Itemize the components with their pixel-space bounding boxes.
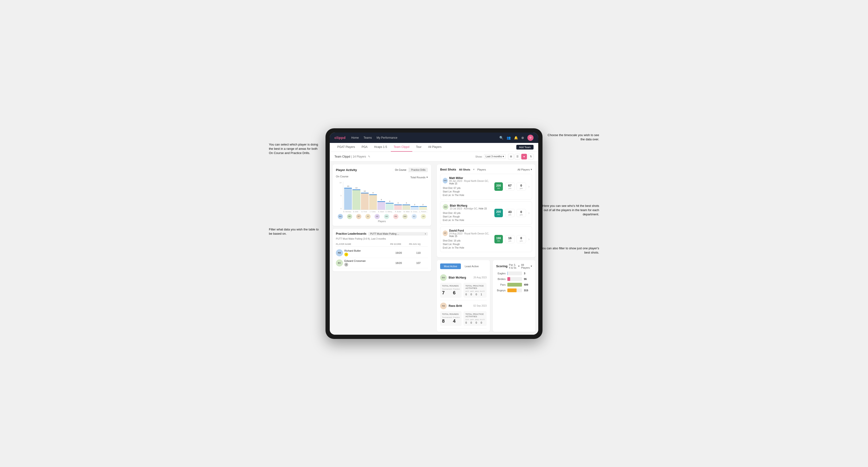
nav-my-performance[interactable]: My Performance — [377, 136, 398, 139]
bar-highlight — [361, 193, 369, 193]
players-filter-dropdown[interactable]: All Players ▾ — [518, 168, 532, 171]
subnav-all-players[interactable]: All Players — [425, 143, 444, 152]
shot-badge-3: 198 SG — [494, 235, 503, 243]
bar-element — [369, 194, 377, 210]
activity-player-header-1: BM Blair McHarg 26 Aug 2023 — [440, 274, 487, 281]
bell-icon[interactable]: 🔔 — [514, 136, 518, 139]
player-info-1: RB Richard Butler 1 — [336, 249, 388, 256]
card-view-button[interactable]: ♥ — [521, 154, 527, 159]
team-count-label: | 14 Players — [351, 155, 366, 158]
bar-value: 12 — [355, 187, 357, 189]
bar-highlight — [419, 206, 427, 207]
scoring-filter[interactable]: Par 3, 4 & 5s ▾ — [509, 263, 520, 269]
gtt-val-2: 0 — [465, 321, 470, 324]
edit-team-icon[interactable]: ✎ — [368, 155, 370, 158]
practice-drills-toggle[interactable]: Practice Drills — [409, 168, 428, 172]
user-avatar[interactable]: U — [527, 135, 533, 141]
x-axis-label: M. Miller — [402, 211, 411, 213]
subnav-hcaps[interactable]: Hcaps 1-5 — [371, 143, 390, 152]
table-row[interactable]: EC Edward Crossman 2 18/20 107 — [336, 258, 428, 268]
subnav-pga[interactable]: PGA — [359, 143, 370, 152]
least-active-tab[interactable]: Least Active — [461, 263, 483, 269]
bar-element — [385, 203, 394, 210]
plus-circle-icon[interactable]: ⊕ — [521, 136, 524, 139]
scoring-value: 499 — [524, 283, 532, 286]
scoring-card: Scoring Par 3, 4 & 5s ▾ All Players ▾ Ea… — [493, 260, 535, 332]
shot-card-1[interactable]: MM Matt Miller 09 Jan 2023 · Royal North… — [440, 174, 532, 199]
leaderboard-drill-selector[interactable]: PUTT Must Make Putting ... ▾ — [368, 232, 428, 236]
scoring-players-filter[interactable]: All Players ▾ — [521, 263, 532, 269]
subnav-team-clippd[interactable]: Team Clippd — [391, 143, 412, 152]
activity-avatar-blair: BM — [440, 274, 447, 281]
shot-card-3[interactable]: DF David Ford 24 Aug 2023 · Royal North … — [440, 226, 532, 252]
chart-dropdown[interactable]: Total Rounds ▾ — [410, 176, 428, 179]
shot-card-2[interactable]: BM Blair McHarg 23 Jul 2023 · Ashridge G… — [440, 201, 532, 224]
add-team-button[interactable]: Add Team — [516, 145, 533, 150]
app-label-2: APP — [470, 319, 474, 321]
bar-group: 5 — [377, 198, 385, 210]
timeframe-selector[interactable]: Last 3 months ▾ — [484, 154, 506, 159]
on-course-toggle[interactable]: On Course — [393, 168, 409, 172]
subnav-pgat-players[interactable]: PGAT Players — [335, 143, 358, 152]
practice-val-2: 4 — [453, 318, 460, 324]
bar-chart-wrapper: 0 5 10 13 12 10 9 5 — [336, 182, 428, 213]
total-rounds-group-1: Total Rounds Tournament 7 Practice — [440, 283, 462, 298]
pb-avg-2: 107 — [409, 261, 428, 264]
practice-activities-label-2: Total Practice Activities — [465, 313, 485, 318]
shot-badge-2: 200 SG — [494, 209, 503, 217]
shot-player-info-1: MM Matt Miller 09 Jan 2023 · Royal North… — [443, 177, 492, 197]
annotation-mid-right: Here you can see who's hit the best shot… — [538, 204, 599, 217]
bar-value: 3 — [398, 202, 398, 204]
gtt-label-1: GTT — [465, 290, 469, 292]
player-avatar-row: BMBBDFJCEEGBRBMMECLR — [336, 214, 428, 219]
most-active-tab[interactable]: Most Active — [440, 263, 461, 269]
y-axis-labels: 0 5 10 — [336, 182, 342, 210]
nav-home[interactable]: Home — [351, 136, 359, 139]
grid-view-button[interactable]: ⊞ — [508, 154, 514, 159]
arg-val-1: 0 — [475, 293, 480, 296]
activity-player-name-1: Blair McHarg — [448, 276, 471, 279]
bar-group: 3 — [402, 202, 410, 210]
left-panel: Player Activity On Course Practice Drill… — [330, 161, 434, 335]
leaderboard-title: Practice Leaderboards — [336, 232, 366, 236]
nav-teams[interactable]: Teams — [364, 136, 372, 139]
player-avatar-richard: RB — [336, 249, 343, 256]
all-shots-tab[interactable]: All Shots — [458, 168, 472, 172]
practice-val-1: 6 — [453, 290, 460, 295]
table-row[interactable]: RB Richard Butler 1 19/20 110 — [336, 248, 428, 258]
shots-tab-chevron: ▾ — [473, 168, 474, 171]
shot-stats-3: 16 yds 0 yds — [505, 235, 526, 243]
shot-dist-stat-3: 16 yds — [505, 235, 515, 243]
shot-card-arrow-1: › — [528, 184, 530, 189]
bar-value: 9 — [372, 192, 373, 194]
players-tab[interactable]: Players — [476, 168, 488, 172]
practice-label-2: Practice — [453, 316, 460, 318]
search-icon[interactable]: 🔍 — [499, 136, 503, 139]
activity-player-header-2: RB Rees Britt 02 Sep 2023 — [440, 303, 487, 309]
player-avatar-small: MM — [402, 214, 408, 219]
scoring-bars: Eagles 3 Birdies 96 Pars 499 Bogeys 315 — [496, 272, 532, 292]
shot-dist-stat-2: 43 yds — [505, 209, 515, 217]
subnav-tour[interactable]: Tour — [413, 143, 424, 152]
player-avatar-small: BB — [347, 214, 352, 219]
bar-value: 10 — [364, 190, 366, 192]
shot-dist-stat-1: 67 yds — [505, 183, 515, 191]
bar-group: 10 — [361, 190, 369, 210]
bar-value: 13 — [347, 185, 349, 187]
activity-date-1: 26 Aug 2023 — [473, 276, 487, 279]
people-icon[interactable]: 👥 — [507, 136, 511, 139]
activity-tab-group: Most Active Least Active — [440, 263, 487, 269]
practice-values-1: 0 0 0 1 — [465, 293, 485, 296]
filter-view-button[interactable]: ⇅ — [528, 154, 533, 159]
list-view-button[interactable]: ☰ — [515, 154, 520, 159]
shot-date-loc-2: 23 Jul 2023 · Ashridge GC, Hole 15 — [450, 207, 487, 210]
practice-activities-label-1: Total Practice Activities — [465, 285, 485, 289]
practice-values-2: 0 0 0 0 — [465, 321, 485, 324]
bar-value: 2 — [423, 204, 423, 206]
shot-card-arrow-2: › — [528, 211, 530, 215]
pb-avg-1: 110 — [409, 251, 428, 254]
chart-controls: On Course Total Rounds ▾ — [336, 175, 428, 180]
bar-element — [411, 206, 418, 210]
rank-badge-1: 1 — [344, 253, 348, 256]
pb-score-2: 18/20 — [389, 261, 408, 264]
